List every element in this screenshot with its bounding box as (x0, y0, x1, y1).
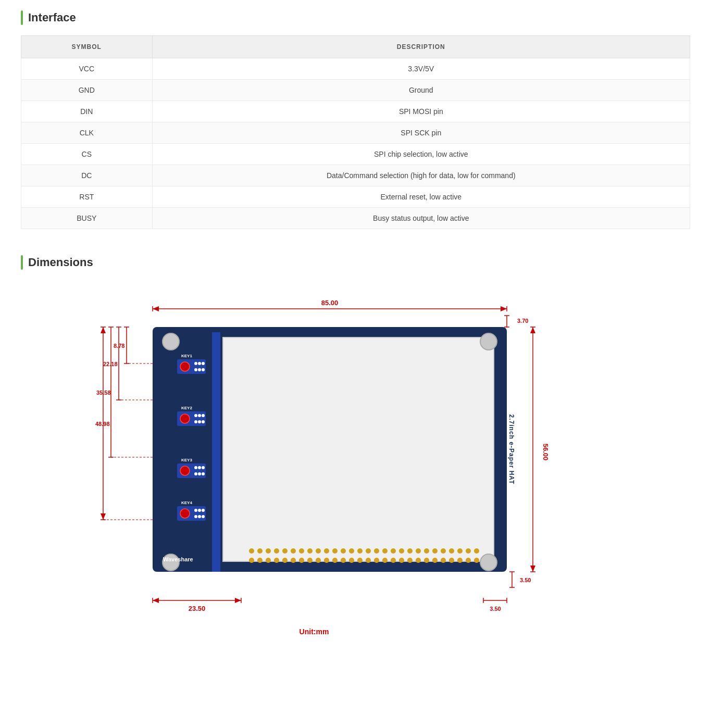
svg-point-14 (202, 368, 205, 371)
table-cell-symbol: CLK (21, 122, 153, 144)
svg-point-96 (457, 558, 463, 563)
svg-point-11 (202, 362, 205, 365)
svg-point-51 (316, 548, 321, 554)
svg-marker-104 (153, 306, 159, 311)
svg-point-30 (194, 472, 197, 475)
svg-point-68 (457, 548, 463, 554)
svg-point-13 (198, 368, 201, 371)
svg-point-70 (474, 548, 479, 554)
svg-point-90 (407, 558, 413, 563)
svg-point-87 (382, 558, 388, 563)
svg-point-98 (474, 558, 479, 563)
table-cell-symbol: VCC (21, 58, 153, 80)
svg-point-17 (180, 414, 190, 423)
svg-point-39 (194, 515, 197, 518)
svg-point-59 (382, 548, 388, 554)
svg-point-82 (341, 558, 346, 563)
svg-point-61 (399, 548, 404, 554)
svg-point-36 (194, 509, 197, 512)
svg-marker-105 (501, 306, 507, 311)
table-cell-symbol: GND (21, 80, 153, 101)
svg-point-29 (202, 466, 205, 469)
svg-point-89 (399, 558, 404, 563)
svg-point-40 (198, 515, 201, 518)
table-row: GNDGround (21, 80, 690, 101)
dimensions-section-header: Dimensions (21, 255, 690, 270)
svg-point-60 (391, 548, 396, 554)
svg-text:48.98: 48.98 (95, 421, 110, 427)
svg-point-56 (357, 548, 363, 554)
dimensions-title: Dimensions (28, 256, 93, 269)
svg-point-47 (282, 548, 288, 554)
svg-point-65 (432, 548, 438, 554)
svg-point-77 (299, 558, 304, 563)
svg-point-73 (266, 558, 271, 563)
dimensions-bar (21, 255, 23, 270)
dimensions-diagram: KEY1 KEY2 KEY3 KEY4 (95, 280, 616, 655)
svg-point-45 (266, 548, 271, 554)
svg-point-75 (282, 558, 288, 563)
svg-point-91 (416, 558, 421, 563)
table-cell-symbol: DIN (21, 101, 153, 122)
svg-point-62 (407, 548, 413, 554)
table-row: BUSYBusy status output, low active (21, 208, 690, 229)
svg-point-49 (299, 548, 304, 554)
svg-point-9 (194, 362, 197, 365)
table-row: CLKSPI SCK pin (21, 122, 690, 144)
svg-point-2 (163, 333, 179, 350)
svg-point-10 (198, 362, 201, 365)
svg-point-64 (424, 548, 429, 554)
svg-text:KEY2: KEY2 (181, 406, 192, 410)
svg-point-5 (480, 554, 497, 571)
svg-point-78 (307, 558, 313, 563)
table-cell-symbol: CS (21, 144, 153, 165)
svg-rect-1 (223, 337, 494, 561)
svg-point-72 (257, 558, 263, 563)
svg-point-57 (366, 548, 371, 554)
table-cell-description: SPI MOSI pin (152, 101, 690, 122)
svg-point-97 (466, 558, 471, 563)
svg-point-8 (180, 362, 190, 371)
svg-point-3 (480, 333, 497, 350)
svg-point-32 (202, 472, 205, 475)
svg-point-19 (198, 414, 201, 417)
table-row: VCC3.3V/5V (21, 58, 690, 80)
svg-marker-147 (101, 513, 106, 520)
svg-point-28 (198, 466, 201, 469)
svg-point-22 (198, 420, 201, 423)
svg-text:KEY1: KEY1 (181, 354, 192, 358)
svg-marker-125 (235, 598, 241, 603)
table-cell-description: Data/Command selection (high for data, l… (152, 165, 690, 186)
interface-section-header: Interface (21, 10, 690, 25)
svg-point-18 (194, 414, 197, 417)
svg-marker-124 (153, 598, 159, 603)
table-cell-description: Busy status output, low active (152, 208, 690, 229)
interface-title: Interface (28, 11, 76, 24)
svg-point-31 (198, 472, 201, 475)
svg-point-71 (249, 558, 254, 563)
table-cell-description: SPI chip selection, low active (152, 144, 690, 165)
svg-marker-146 (101, 327, 106, 333)
svg-point-88 (391, 558, 396, 563)
svg-point-67 (449, 548, 454, 554)
svg-point-76 (291, 558, 296, 563)
table-cell-description: 3.3V/5V (152, 58, 690, 80)
svg-point-38 (202, 509, 205, 512)
svg-text:Waveshare: Waveshare (163, 556, 193, 562)
svg-text:56.00: 56.00 (542, 444, 550, 461)
svg-text:Unit:mm: Unit:mm (299, 627, 329, 636)
svg-text:2.7inch e-Paper HAT: 2.7inch e-Paper HAT (508, 415, 515, 485)
svg-point-21 (194, 420, 197, 423)
svg-point-20 (202, 414, 205, 417)
svg-point-12 (194, 368, 197, 371)
svg-text:35.58: 35.58 (96, 390, 111, 396)
svg-point-53 (332, 548, 338, 554)
table-row: CSSPI chip selection, low active (21, 144, 690, 165)
svg-point-27 (194, 466, 197, 469)
svg-point-44 (257, 548, 263, 554)
svg-point-46 (274, 548, 279, 554)
svg-text:KEY3: KEY3 (181, 458, 192, 462)
svg-point-43 (249, 548, 254, 554)
table-cell-description: SPI SCK pin (152, 122, 690, 144)
table-cell-symbol: DC (21, 165, 153, 186)
